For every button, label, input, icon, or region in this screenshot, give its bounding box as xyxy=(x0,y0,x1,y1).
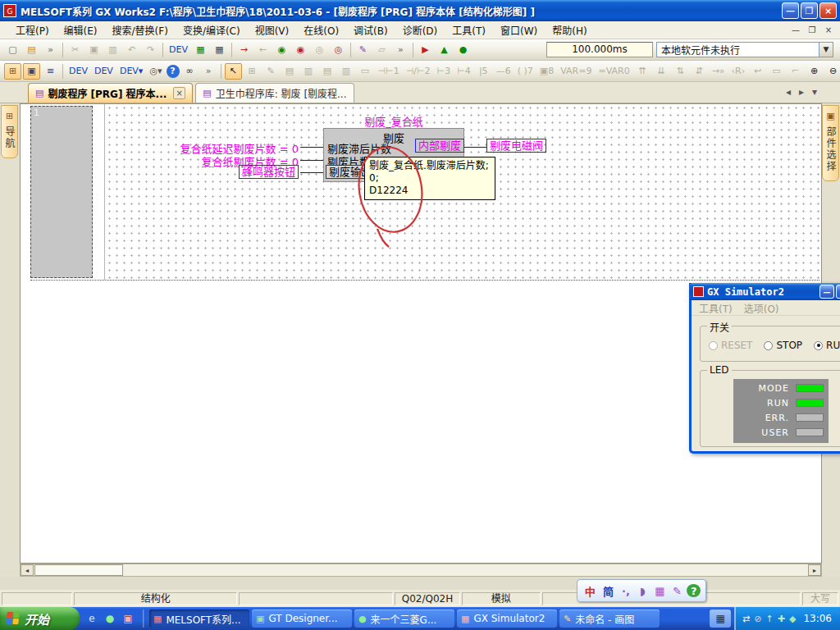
comment-box-icon[interactable]: ▭ xyxy=(357,63,374,80)
tab-scroll-right-icon[interactable]: ▸ xyxy=(799,86,804,98)
closed-branch-icon[interactable]: ⊢4 xyxy=(454,63,473,80)
toolbar-overflow-icon[interactable]: » xyxy=(392,42,409,58)
paste-icon[interactable]: ▥ xyxy=(104,42,121,58)
toolbar-overflow-icon[interactable]: » xyxy=(200,63,217,80)
open-branch-icon[interactable]: ⊢3 xyxy=(435,63,454,80)
menu-item[interactable]: 编辑(E) xyxy=(57,21,105,39)
output-operand[interactable]: 剔废电磁阀 xyxy=(486,139,546,153)
rung-selection-margin[interactable]: 1 xyxy=(30,106,93,278)
ime-keyboard-icon[interactable]: ▦ xyxy=(652,582,667,599)
ie-icon[interactable]: e xyxy=(84,611,99,626)
coil-icon[interactable]: ( )7 xyxy=(515,63,536,80)
keyboard-layout-button[interactable]: ▦ xyxy=(710,609,731,628)
fb-instance-label[interactable]: 剔废_复合纸 xyxy=(323,113,464,129)
device-search-icon[interactable]: ◎▾ xyxy=(147,63,164,80)
close-button[interactable]: × xyxy=(819,2,837,19)
qq-doctor-icon[interactable]: ● xyxy=(103,611,117,626)
simulator-maximize-button[interactable]: □ xyxy=(836,285,840,299)
rung-delete-icon[interactable]: ▤ xyxy=(319,63,336,80)
simulator-minimize-button[interactable]: — xyxy=(819,285,834,299)
security-plus-icon[interactable]: ✚ xyxy=(778,614,785,624)
cross-reference-icon[interactable]: ∞ xyxy=(181,63,199,80)
statement-edit-icon[interactable]: ✎ xyxy=(354,42,372,58)
build-check-icon[interactable]: ▲ xyxy=(436,42,453,58)
open-contact-icon[interactable]: ⊣⊢1 xyxy=(376,63,402,80)
part-selection-toggle-icon[interactable]: ▣ xyxy=(23,63,40,80)
menu-item[interactable]: 工具(T) xyxy=(445,21,493,39)
new-project-icon[interactable]: ▢ xyxy=(4,42,21,58)
fb-output-pin[interactable]: 内部剔废 xyxy=(415,139,464,153)
menu-item[interactable]: 视图(V) xyxy=(248,21,297,39)
mdi-minimize-button[interactable]: — xyxy=(789,25,802,34)
input-variable-icon[interactable]: VAR=9 xyxy=(558,63,594,80)
menu-item[interactable]: 窗口(W) xyxy=(493,21,545,39)
interlock-edit-icon[interactable]: ⊞ xyxy=(244,63,261,80)
network-status-icon[interactable]: ⇄ xyxy=(742,614,750,624)
menu-item[interactable]: 帮助(H) xyxy=(545,21,594,39)
part-selection-panel-tab[interactable]: ▣ 部件选择 xyxy=(822,105,839,181)
simulator-menu-item[interactable]: 工具(T) xyxy=(695,301,737,315)
task-button[interactable]: ✎ 未命名 - 画图 xyxy=(559,609,660,628)
output-variable-icon[interactable]: =VAR0 xyxy=(596,63,632,80)
ime-tools-icon[interactable]: ✎ xyxy=(670,582,684,599)
update-status-icon[interactable]: ↑ xyxy=(766,614,774,624)
rising-pulse-icon[interactable]: ⇈ xyxy=(634,63,651,80)
simulation-start-icon[interactable]: ▶ xyxy=(417,42,434,58)
write-to-plc-icon[interactable]: → xyxy=(235,42,253,58)
undo-icon[interactable]: ↶ xyxy=(123,42,140,58)
select-mode-icon[interactable]: ↖ xyxy=(225,63,242,80)
falling-pulse-branch-icon[interactable]: ⇵ xyxy=(691,63,708,80)
copy-icon[interactable]: ▣ xyxy=(85,42,103,58)
navigation-toggle-icon[interactable]: ⊞ xyxy=(4,63,21,80)
jump-icon[interactable]: →» xyxy=(710,63,728,80)
open-project-icon[interactable]: ▤ xyxy=(23,42,40,58)
read-from-plc-icon[interactable]: ← xyxy=(254,42,272,58)
monitor-start-icon[interactable]: ◉ xyxy=(273,42,290,58)
ime-simplified-icon[interactable]: 简 xyxy=(600,582,616,599)
function-block-icon[interactable]: ▣8 xyxy=(537,63,556,80)
comment-edit-icon[interactable]: ▭ xyxy=(768,63,785,80)
watch-stop-icon[interactable]: ◎ xyxy=(330,42,347,58)
radio-button-icon[interactable] xyxy=(764,341,773,350)
switch-radio[interactable]: RESET xyxy=(709,340,752,351)
solidworks-icon[interactable]: ▣ xyxy=(121,611,135,626)
mdi-close-button[interactable]: × xyxy=(822,25,835,34)
menu-item[interactable]: 诊断(D) xyxy=(395,21,445,39)
wrap-line-icon[interactable]: ↩ xyxy=(749,63,766,80)
cut-icon[interactable]: ✂ xyxy=(66,42,84,58)
document-tab[interactable]: ▤ 卫生巾程序库: 剔废 [剔废程... xyxy=(195,83,354,103)
horizontal-scrollbar[interactable]: ◂ ▸ xyxy=(20,564,822,577)
scrollbar-track[interactable] xyxy=(123,564,808,576)
help-icon[interactable]: ? xyxy=(167,65,180,78)
tab-scroll-left-icon[interactable]: ◂ xyxy=(786,86,791,98)
scroll-right-icon[interactable]: ▸ xyxy=(808,564,821,576)
navigation-panel-tab[interactable]: ⊞ 导航 xyxy=(1,105,18,158)
watch-start-icon[interactable]: ◎ xyxy=(311,42,328,58)
connect-line-icon[interactable]: ⌐ xyxy=(787,63,804,80)
task-button[interactable]: ▦ GX Simulator2 xyxy=(457,609,557,628)
taskbar-clock[interactable]: 13:06 xyxy=(803,613,832,624)
tab-list-icon[interactable]: ▾ xyxy=(812,86,817,98)
horizontal-line-icon[interactable]: —6 xyxy=(494,63,514,80)
radio-button-icon[interactable] xyxy=(814,341,823,350)
device-table-icon[interactable]: DEV xyxy=(92,63,116,80)
ime-shape-icon[interactable]: ◗ xyxy=(636,582,650,599)
task-button[interactable]: ● 来一个三菱G... xyxy=(354,609,454,628)
falling-pulse-icon[interactable]: ⇊ xyxy=(653,63,670,80)
shield-status-icon[interactable]: ◆ xyxy=(789,614,796,624)
minimize-button[interactable]: — xyxy=(782,2,799,19)
radio-button-icon[interactable] xyxy=(709,341,718,350)
note-edit-icon[interactable]: ▱ xyxy=(373,42,390,58)
menu-item[interactable]: 调试(B) xyxy=(346,21,395,39)
menu-item[interactable]: 在线(O) xyxy=(296,21,346,39)
redo-icon[interactable]: ↷ xyxy=(142,42,159,58)
device-memory-icon[interactable]: ▦ xyxy=(211,42,228,58)
vertical-line-icon[interactable]: |5 xyxy=(475,63,492,80)
rising-pulse-branch-icon[interactable]: ⇅ xyxy=(672,63,689,80)
tab-close-icon[interactable]: × xyxy=(173,87,185,99)
menu-item[interactable]: 工程(P) xyxy=(8,21,57,39)
document-tab[interactable]: ▤ 剔废程序 [PRG] 程序本... × xyxy=(28,83,193,103)
build-stop-icon[interactable]: ● xyxy=(454,42,472,58)
task-button[interactable]: ▣ GT Designer... xyxy=(252,609,352,628)
menu-item[interactable]: 变换/编译(C) xyxy=(176,21,248,39)
